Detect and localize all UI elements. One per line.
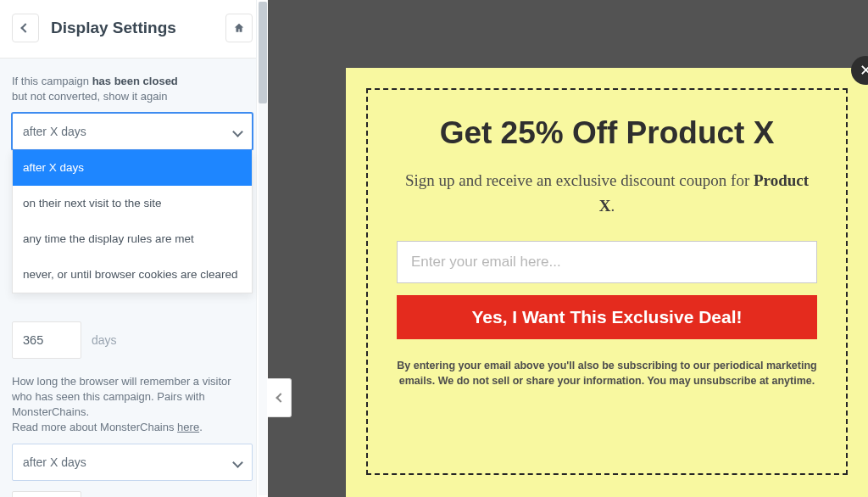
home-button[interactable]: [225, 14, 253, 42]
helper-text-2: Read more about MonsterChains: [12, 421, 177, 433]
dropdown-option[interactable]: any time the display rules are met: [13, 221, 252, 257]
helper-text: If this campaign: [12, 75, 92, 87]
cookie-duration-section: How long the browser will remember a vis…: [0, 359, 264, 497]
helper-text-2: but not converted, show it again: [12, 90, 168, 103]
select-value: after X days: [23, 455, 86, 469]
sidebar-header: Display Settings: [0, 0, 264, 59]
popup-headline: Get 25% Off Product X: [397, 115, 817, 151]
days-unit-label: days: [92, 333, 117, 347]
chevron-down-icon: [232, 126, 243, 137]
popup-fineprint: By entering your email above you'll also…: [397, 358, 817, 388]
dropdown-option[interactable]: after X days: [13, 150, 252, 186]
closed-campaign-helper: If this campaign has been closed but not…: [12, 74, 253, 104]
closed-behavior-dropdown: after X days on their next visit to the …: [12, 150, 253, 293]
sub-post: .: [610, 197, 615, 215]
popup-cta-button[interactable]: Yes, I Want This Exclusive Deal!: [397, 295, 817, 339]
dropdown-option[interactable]: never, or until browser cookies are clea…: [13, 257, 252, 293]
helper-text: How long the browser will remember a vis…: [12, 375, 231, 418]
collapse-sidebar-button[interactable]: [268, 378, 292, 417]
select-value: after X days: [23, 125, 86, 138]
closed-campaign-section: If this campaign has been closed but not…: [0, 59, 264, 359]
cookie-helper: How long the browser will remember a vis…: [12, 374, 253, 435]
chevron-left-icon: [20, 23, 30, 32]
closed-behavior-select[interactable]: after X days: [12, 113, 253, 150]
popup-subheadline: Sign up and receive an exclusive discoun…: [397, 168, 817, 219]
page-title: Display Settings: [39, 19, 225, 37]
back-button[interactable]: [12, 14, 39, 42]
closed-days-input[interactable]: [12, 321, 81, 359]
chevron-left-icon: [275, 393, 285, 402]
chevron-down-icon: [232, 457, 243, 468]
preview-canvas: ✕ Get 25% Off Product X Sign up and rece…: [268, 0, 868, 497]
sidebar-scrollbar[interactable]: [256, 0, 268, 497]
dropdown-option[interactable]: on their next visit to the site: [13, 186, 252, 221]
popup-close-button[interactable]: ✕: [851, 56, 868, 85]
monsterchains-link[interactable]: here: [177, 421, 199, 433]
cookie-behavior-select[interactable]: after X days: [12, 444, 253, 481]
popup-email-input[interactable]: [397, 241, 817, 283]
home-icon: [233, 22, 245, 34]
settings-sidebar: Display Settings If this campaign has be…: [0, 0, 268, 497]
popup-preview: ✕ Get 25% Off Product X Sign up and rece…: [346, 68, 868, 497]
helper-bold: has been closed: [92, 75, 178, 87]
scrollbar-thumb[interactable]: [259, 2, 267, 103]
cookie-days-input[interactable]: [12, 491, 81, 497]
sub-text: Sign up and receive an exclusive discoun…: [405, 171, 754, 189]
close-icon: ✕: [860, 61, 869, 80]
